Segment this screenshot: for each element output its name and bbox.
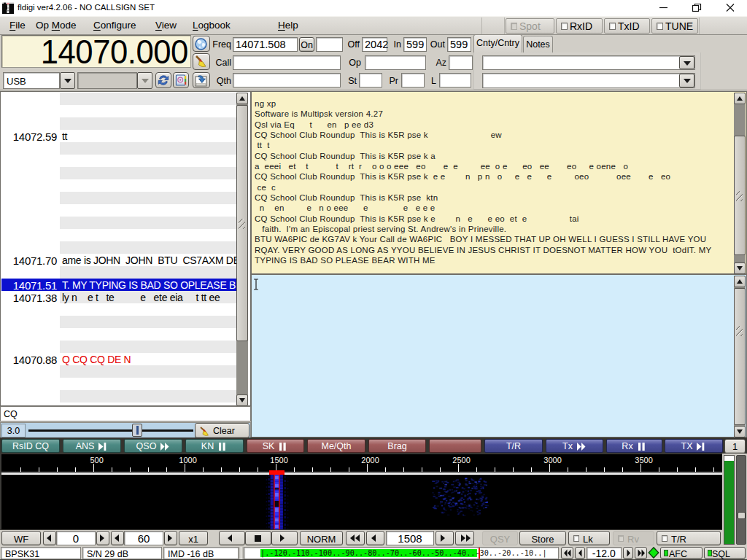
qrz-lookup-button[interactable] bbox=[193, 36, 210, 52]
macro-button-tx[interactable]: TX bbox=[665, 439, 723, 454]
menu-view[interactable]: View bbox=[155, 20, 177, 31]
wf-arrow-right-button[interactable] bbox=[271, 531, 298, 545]
scroll-thumb[interactable] bbox=[734, 136, 746, 255]
tx-scrollbar[interactable] bbox=[734, 276, 746, 438]
scroll-up-button[interactable] bbox=[734, 93, 746, 104]
scroll-thumb[interactable] bbox=[236, 105, 248, 341]
time-off-input[interactable]: 2042 bbox=[362, 37, 387, 52]
toggle-txid[interactable]: TxID bbox=[604, 18, 650, 34]
macro-button-rsid cq[interactable]: RsID CQ bbox=[1, 439, 60, 454]
scroll-up-button[interactable] bbox=[236, 93, 248, 104]
menu-op-mode[interactable]: Op Mode bbox=[36, 20, 77, 31]
scroll-thumb[interactable] bbox=[734, 288, 746, 425]
signal-browser[interactable]: 14072.59tt14071.70ame is JOHN JOHN BTU C… bbox=[0, 91, 251, 406]
wf-arrow-double-right-button[interactable] bbox=[455, 531, 474, 545]
op-input[interactable] bbox=[365, 55, 426, 70]
browser-row[interactable]: 14072.59tt bbox=[1, 130, 237, 142]
macro-button-empty[interactable] bbox=[429, 439, 481, 454]
macro-button-brag[interactable]: Brag bbox=[368, 439, 426, 454]
browser-row[interactable]: 14071.51T. MY TYPING IS BAD SO OPLEASE B… bbox=[1, 279, 237, 291]
wf-value-input[interactable]: 0 bbox=[56, 531, 96, 545]
frequency-display[interactable]: 14070.000 bbox=[1, 35, 191, 68]
status-arrow-left-button[interactable] bbox=[575, 547, 585, 559]
status-arrow-double-left-button[interactable] bbox=[561, 547, 573, 559]
menu-file[interactable]: File bbox=[9, 20, 26, 31]
toggle-tune[interactable]: TUNE bbox=[651, 18, 698, 34]
wf-arrow-right-button[interactable] bbox=[164, 531, 177, 545]
macro-page-button[interactable]: 1 bbox=[724, 439, 746, 454]
wf-x1-button[interactable]: x1 bbox=[179, 531, 208, 545]
wf-stop-button[interactable] bbox=[245, 531, 271, 545]
notes-combo-arrow[interactable] bbox=[679, 74, 694, 88]
notes-combo[interactable] bbox=[482, 73, 695, 88]
macro-button-kn[interactable]: KN bbox=[185, 439, 244, 454]
loc-input[interactable] bbox=[439, 73, 471, 88]
status-squelch-input[interactable]: -12.0 bbox=[587, 547, 622, 559]
rst-out-input[interactable]: 599 bbox=[447, 37, 471, 52]
save-qso-button[interactable] bbox=[193, 72, 210, 89]
browser-scrollbar[interactable] bbox=[236, 93, 248, 406]
tab-notes[interactable]: Notes bbox=[523, 36, 553, 52]
sideband-combo[interactable] bbox=[77, 72, 137, 90]
az-input[interactable] bbox=[449, 55, 473, 70]
macro-button-sk[interactable]: SK bbox=[247, 439, 304, 454]
macro-button-t-r[interactable]: T/R bbox=[484, 439, 543, 454]
waterfall-display[interactable] bbox=[1, 475, 722, 529]
scroll-down-button[interactable] bbox=[236, 394, 248, 406]
squelch-thumb[interactable] bbox=[738, 512, 746, 519]
wf-arrow-left-button[interactable] bbox=[366, 531, 384, 545]
sync-button[interactable] bbox=[155, 72, 171, 88]
browser-row[interactable]: 14071.70ame is JOHN JOHN BTU CS7AXM DE W bbox=[1, 254, 237, 266]
scroll-up-button[interactable] bbox=[734, 276, 746, 287]
browser-search-input[interactable]: CQ bbox=[0, 406, 251, 421]
macro-button-ans[interactable]: ANS bbox=[63, 439, 121, 454]
mode-combo[interactable]: USB bbox=[3, 72, 60, 90]
scroll-down-button[interactable] bbox=[734, 426, 746, 438]
rst-in-input[interactable]: 599 bbox=[403, 37, 427, 52]
sideband-combo-arrow[interactable] bbox=[137, 72, 152, 90]
toggle-rxid[interactable]: RxID bbox=[556, 18, 603, 34]
macro-button-rx[interactable]: Rx bbox=[606, 439, 662, 454]
mode-status[interactable]: BPSK31 bbox=[1, 547, 81, 559]
afc-button[interactable]: AFC bbox=[660, 547, 703, 559]
wf-arrow-left-button[interactable] bbox=[219, 531, 245, 545]
time-on-input[interactable] bbox=[316, 37, 343, 52]
logbook-button[interactable] bbox=[173, 72, 189, 88]
macro-button-tx[interactable]: Tx bbox=[546, 439, 603, 454]
clear-log-fields-button[interactable] bbox=[193, 53, 210, 70]
on-button[interactable]: On bbox=[299, 37, 314, 52]
freq-input[interactable]: 14071.508 bbox=[233, 37, 298, 52]
pr-input[interactable] bbox=[401, 73, 425, 88]
browser-clear-button[interactable]: Clear bbox=[195, 423, 249, 438]
wf-lk-toggle[interactable]: Lk bbox=[568, 531, 610, 545]
wf-arrow-left-button[interactable] bbox=[43, 531, 56, 545]
rx-scrollbar[interactable] bbox=[734, 93, 746, 273]
menu-logbook[interactable]: Logbook bbox=[193, 20, 231, 31]
macro-button-qso[interactable]: QSO bbox=[124, 439, 182, 454]
tab-cnty-cntry[interactable]: Cnty/Cntry bbox=[473, 34, 522, 52]
sql-button[interactable]: SQL bbox=[704, 547, 746, 559]
wf-norm-button[interactable]: NORM bbox=[300, 531, 343, 545]
tx-text-panel[interactable] bbox=[251, 274, 747, 438]
wf-wf-button[interactable]: WF bbox=[1, 531, 41, 545]
st-input[interactable] bbox=[359, 73, 382, 88]
wf-arrow-double-left-button[interactable] bbox=[346, 531, 365, 545]
browser-row[interactable]: 14070.88Q CQ CQ DE N bbox=[1, 353, 237, 365]
restore-button[interactable] bbox=[680, 0, 713, 16]
country-combo[interactable] bbox=[482, 55, 695, 71]
country-combo-arrow[interactable] bbox=[679, 56, 694, 70]
minimize-button[interactable] bbox=[646, 0, 680, 16]
macro-button-me-qth[interactable]: Me/Qth bbox=[307, 439, 365, 454]
rx-text-panel[interactable]: ng xpSoftware is Multipsk version 4.27Qs… bbox=[251, 91, 747, 274]
wf-store-button[interactable]: Store bbox=[519, 531, 566, 545]
wf-t-r-toggle[interactable]: T/R bbox=[657, 531, 721, 545]
status-arrow-right-button[interactable] bbox=[623, 547, 633, 559]
wf-arrow-right-button[interactable] bbox=[436, 531, 454, 545]
mode-combo-arrow[interactable] bbox=[60, 72, 75, 90]
wf-arrow-left-button[interactable] bbox=[111, 531, 124, 545]
menu-configure[interactable]: Configure bbox=[93, 20, 136, 31]
scroll-down-button[interactable] bbox=[734, 262, 746, 274]
call-input[interactable] bbox=[233, 55, 341, 70]
browser-row[interactable]: 14071.38ly n e t te e ete eia t tt ee bbox=[1, 291, 237, 303]
status-arrow-double-right-button[interactable] bbox=[635, 547, 647, 559]
